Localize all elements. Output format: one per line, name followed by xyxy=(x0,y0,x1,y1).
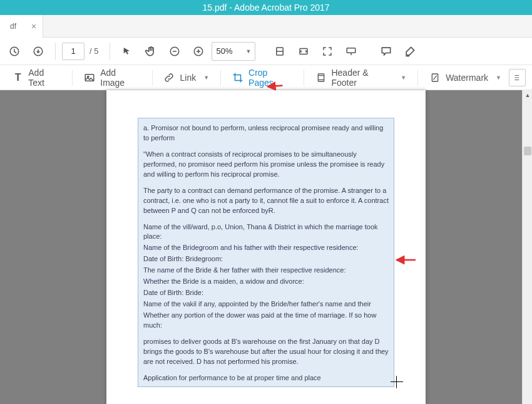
download-icon[interactable] xyxy=(28,41,49,62)
fit-page-icon[interactable] xyxy=(269,41,290,62)
hand-tool-icon[interactable] xyxy=(140,41,161,62)
zoom-level-select[interactable]: 50% ▼ xyxy=(212,42,255,61)
crop-pages-label: Crop Pages xyxy=(248,68,292,88)
watermark-button[interactable]: Watermark ▼ xyxy=(423,68,508,88)
add-image-button[interactable]: Add Image xyxy=(78,68,146,88)
doc-text: Whether any portion of the dower was pai… xyxy=(143,311,389,331)
doc-text: Name of the vakil if any, appointed by t… xyxy=(143,299,389,309)
watermark-icon xyxy=(429,72,441,83)
tab-close-icon[interactable]: × xyxy=(31,22,36,31)
link-button[interactable]: Link ▼ xyxy=(157,68,215,88)
watermark-label: Watermark xyxy=(446,73,488,83)
link-icon xyxy=(163,72,175,83)
chevron-down-icon: ▼ xyxy=(203,75,209,81)
comment-icon[interactable] xyxy=(376,41,397,62)
tab-label: df xyxy=(10,22,16,31)
doc-text: promises to deliver goods at B's warehou… xyxy=(143,337,389,367)
fullscreen-icon[interactable] xyxy=(317,41,338,62)
highlight-icon[interactable] xyxy=(399,41,421,62)
pdf-page[interactable]: a. Promisor not bound to perform, unless… xyxy=(106,90,426,404)
page-number-input[interactable]: 1 xyxy=(62,43,84,60)
edit-toolbar: T Add Text Add Image Link ▼ Crop Pages H… xyxy=(0,65,532,90)
doc-text: The party to a contract can demand perfo… xyxy=(143,186,389,216)
document-tabs: df × xyxy=(0,15,532,38)
crop-selection[interactable]: a. Promisor not bound to perform, unless… xyxy=(138,118,394,387)
document-viewport[interactable]: a. Promisor not bound to perform, unless… xyxy=(0,90,532,404)
crop-pages-button[interactable]: Crop Pages xyxy=(226,68,299,88)
doc-text: Whether the Bride is a maiden, a widow a… xyxy=(143,277,389,287)
add-text-label: Add Text xyxy=(28,68,61,88)
image-icon xyxy=(84,72,95,83)
svg-rect-9 xyxy=(318,74,324,81)
window-title: 15.pdf - Adobe Acrobat Pro 2017 xyxy=(0,0,532,15)
main-toolbar: 1 / 5 50% ▼ xyxy=(0,38,532,65)
add-image-label: Add Image xyxy=(100,68,140,88)
more-options-button[interactable] xyxy=(509,69,526,86)
doc-text: Date of Birth: Bride: xyxy=(143,288,389,298)
scroll-up-icon[interactable]: ▲ xyxy=(523,90,532,100)
fit-width-icon[interactable] xyxy=(293,41,314,62)
header-footer-label: Header & Footer xyxy=(331,68,393,88)
crop-icon xyxy=(232,72,243,83)
svg-rect-6 xyxy=(347,48,356,53)
chevron-down-icon: ▼ xyxy=(246,48,252,54)
doc-text: Application for performance to be at pro… xyxy=(143,373,389,383)
text-icon: T xyxy=(13,72,23,83)
vertical-scrollbar[interactable]: ▲ xyxy=(522,90,532,404)
zoom-in-icon[interactable] xyxy=(188,41,209,62)
read-mode-icon[interactable] xyxy=(340,41,362,62)
doc-text: a. Promisor not bound to perform, unless… xyxy=(143,123,389,143)
doc-text: Name of the Bridegroom and his father wi… xyxy=(143,243,389,253)
doc-text: "When a contract consists of reciprocal … xyxy=(143,150,389,180)
header-footer-icon xyxy=(315,72,326,83)
save-icon[interactable] xyxy=(4,41,25,62)
doc-text: "When a promise is to be performed on a … xyxy=(143,385,389,387)
chevron-down-icon: ▼ xyxy=(401,75,406,81)
scrollbar-thumb[interactable] xyxy=(524,147,531,155)
zoom-value: 50% xyxy=(216,46,232,56)
select-tool-icon[interactable] xyxy=(116,41,138,62)
page-total-label: / 5 xyxy=(87,46,103,56)
zoom-out-icon[interactable] xyxy=(164,41,185,62)
chevron-down-icon: ▼ xyxy=(496,75,501,81)
add-text-button[interactable]: T Add Text xyxy=(6,68,67,88)
doc-text: The name of the Bride & her father with … xyxy=(143,266,389,276)
doc-text: Name of the vill/ward, p.o, Union, Thana… xyxy=(143,222,389,242)
header-footer-button[interactable]: Header & Footer ▼ xyxy=(309,68,412,88)
doc-text: Date of Birth: Bridegroom: xyxy=(143,254,389,264)
link-label: Link xyxy=(180,73,196,83)
document-tab[interactable]: df × xyxy=(0,15,43,38)
